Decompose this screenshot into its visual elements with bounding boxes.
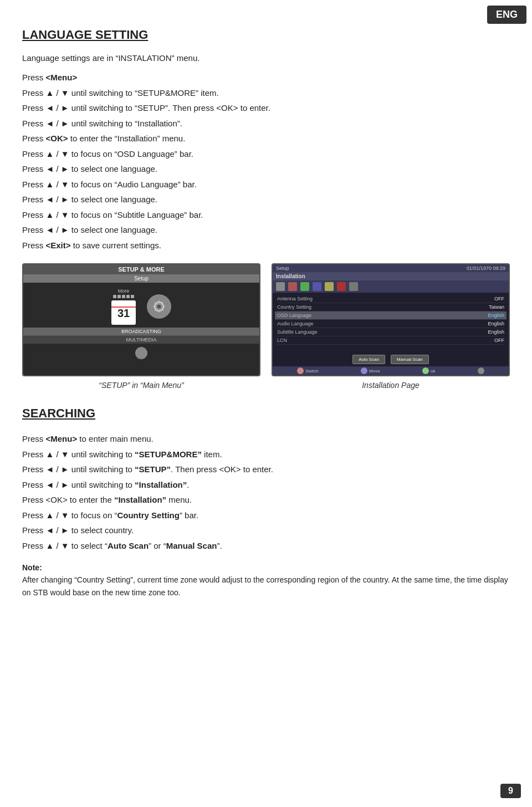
language-instructions: Press <Menu> Press ▲ / ▼ until switching… bbox=[22, 70, 510, 252]
step-11: Press ◄ / ► to select one language. bbox=[22, 223, 510, 237]
calendar-icon: 31 bbox=[111, 300, 136, 325]
nav-ok: ok bbox=[422, 367, 435, 374]
nav-move: Move bbox=[361, 367, 380, 374]
search-step-6: Press ▲ / ▼ to focus on “Country Setting… bbox=[22, 508, 510, 523]
screenshot-left-caption: “SETUP” in “Main Menu” bbox=[99, 381, 183, 390]
install-icon-5 bbox=[325, 282, 334, 291]
searching-section: SEARCHING Press <Menu> to enter main men… bbox=[22, 406, 510, 599]
language-intro: Language settings are in “INSTALATION” m… bbox=[22, 53, 510, 63]
install-icon-4 bbox=[313, 282, 321, 291]
search-step-7: Press ◄ / ► to select country. bbox=[22, 523, 510, 538]
gear-box bbox=[147, 294, 171, 319]
install-top-label: Setup bbox=[276, 265, 289, 271]
nav-circle-4 bbox=[478, 367, 484, 374]
manual-scan-btn: Manual Scan bbox=[391, 355, 429, 364]
nav-switch: Switch bbox=[297, 367, 319, 374]
install-title: Installation bbox=[273, 272, 509, 280]
more-box: More 31 bbox=[111, 288, 136, 325]
searching-instructions: Press <Menu> to enter main menu. Press ▲… bbox=[22, 432, 510, 553]
install-icon-1 bbox=[276, 282, 285, 291]
search-step-1: Press <Menu> to enter main menu. bbox=[22, 432, 510, 446]
note-title: Note: bbox=[22, 561, 510, 574]
note-text: After changing “Country Setting”, curren… bbox=[22, 574, 510, 599]
bottom-labels: BROADCASTING MULTIMEDIA bbox=[23, 328, 259, 344]
search-step-5: Press <OK> to enter the “Installation” m… bbox=[22, 493, 510, 507]
nav-ok-label: ok bbox=[431, 369, 435, 374]
step-12: Press <Exit> to save current settings. bbox=[22, 238, 510, 253]
setup-icons-row: More 31 bbox=[23, 283, 259, 328]
install-date: 01/01/1970 09:29 bbox=[467, 265, 505, 271]
setup-header: SETUP & MORE bbox=[23, 264, 259, 274]
nav-extra bbox=[478, 367, 484, 374]
eng-badge: ENG bbox=[487, 6, 526, 24]
screenshot-right-caption: Installation Page bbox=[362, 381, 420, 390]
install-icon-3 bbox=[300, 282, 309, 291]
step-3: Press ◄ / ► until switching to “SETUP”. … bbox=[22, 101, 510, 115]
step-10: Press ▲ / ▼ to focus on “Subtitle Langua… bbox=[22, 208, 510, 222]
small-gear-icon bbox=[135, 347, 147, 359]
step-5: Press <OK> to enter the “Installation” m… bbox=[22, 131, 510, 146]
install-top-bar: Setup 01/01/1970 09:29 bbox=[273, 264, 509, 272]
svg-point-2 bbox=[157, 304, 161, 309]
searching-title: SEARCHING bbox=[22, 406, 510, 421]
step-2: Press ▲ / ▼ until switching to “SETUP&MO… bbox=[22, 86, 510, 100]
multimedia-label: MULTIMEDIA bbox=[23, 335, 259, 344]
install-nav-row: Switch Move ok bbox=[273, 366, 509, 375]
gear-svg bbox=[151, 298, 167, 315]
install-row-lcn: LCN OFF bbox=[277, 336, 504, 345]
nav-circle-1 bbox=[297, 367, 304, 374]
auto-scan-btn: Auto Scan bbox=[352, 355, 385, 364]
setup-sub-header: Setup bbox=[23, 274, 259, 283]
more-label: More bbox=[118, 288, 130, 294]
install-row-country: Country Setting Taiwan bbox=[277, 303, 504, 311]
nav-move-label: Move bbox=[369, 369, 380, 374]
step-1: Press <Menu> bbox=[22, 70, 510, 85]
gear-icon bbox=[147, 294, 171, 319]
step-7: Press ◄ / ► to select one language. bbox=[22, 162, 510, 176]
install-buttons-row: Auto Scan Manual Scan bbox=[273, 353, 509, 366]
note-section: Note: After changing “Country Setting”, … bbox=[22, 561, 510, 599]
screenshot-right-container: Setup 01/01/1970 09:29 Installation bbox=[272, 263, 510, 390]
nav-circle-2 bbox=[361, 367, 367, 374]
screenshot-left: SETUP & MORE Setup More bbox=[22, 263, 260, 376]
search-step-8: Press ▲ / ▼ to select “Auto Scan” or “Ma… bbox=[22, 539, 510, 553]
step-6: Press ▲ / ▼ to focus on “OSD Language” b… bbox=[22, 147, 510, 161]
install-row-audio: Audio Language English bbox=[277, 320, 504, 328]
install-table: Antenna Setting OFF Country Setting Taiw… bbox=[273, 293, 509, 353]
nav-circle-3 bbox=[422, 367, 429, 374]
setup-bottom-icon bbox=[135, 344, 147, 362]
install-icons-row bbox=[273, 280, 509, 293]
screenshots-row: SETUP & MORE Setup More bbox=[22, 263, 510, 390]
install-icon-7 bbox=[349, 282, 358, 291]
install-row-subtitle: Subtitle Language English bbox=[277, 328, 504, 336]
step-9: Press ◄ / ► to select one language. bbox=[22, 192, 510, 207]
search-step-3: Press ◄ / ► until switching to “SETUP”. … bbox=[22, 462, 510, 477]
calendar-number: 31 bbox=[117, 308, 130, 319]
install-icon-2 bbox=[288, 282, 297, 291]
screenshot-right: Setup 01/01/1970 09:29 Installation bbox=[272, 263, 510, 376]
step-8: Press ▲ / ▼ to focus on “Audio Language”… bbox=[22, 177, 510, 192]
nav-switch-label: Switch bbox=[305, 369, 319, 374]
language-setting-title: LANGUAGE SETTING bbox=[22, 28, 510, 42]
screenshot-left-container: SETUP & MORE Setup More bbox=[22, 263, 260, 390]
broadcasting-label: BROADCASTING bbox=[23, 328, 259, 335]
install-row-osd: OSD Language English bbox=[275, 311, 507, 320]
install-row-antenna: Antenna Setting OFF bbox=[277, 295, 504, 303]
page-number: 9 bbox=[500, 784, 521, 798]
install-icon-6 bbox=[337, 282, 346, 291]
search-step-2: Press ▲ / ▼ until switching to “SETUP&MO… bbox=[22, 447, 510, 462]
search-step-4: Press ◄ / ► until switching to “Installa… bbox=[22, 478, 510, 492]
step-4: Press ◄ / ► until switching to “Installa… bbox=[22, 116, 510, 131]
